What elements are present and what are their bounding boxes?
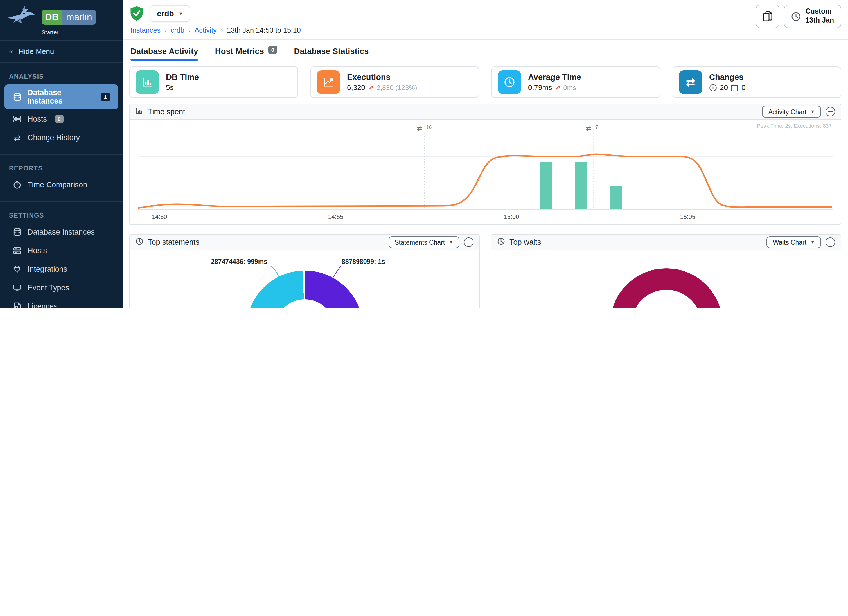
chart-select-label: Activity Chart — [768, 108, 806, 115]
clock-icon — [498, 70, 521, 94]
tab-database-statistics[interactable]: Database Statistics — [294, 47, 369, 61]
top-statements-header: Top statements Statements Chart ▼ — [130, 235, 479, 250]
charts-row: Top statements Statements Chart ▼ — [129, 234, 841, 308]
hosts-icon — [12, 114, 22, 124]
sidebar-item-hosts[interactable]: Hosts 0 — [4, 110, 118, 128]
executions-bar — [540, 162, 552, 209]
kpi-title: Changes — [709, 73, 746, 82]
pie-chart-icon — [497, 237, 505, 247]
chevron-down-icon: ▼ — [810, 109, 815, 114]
topbar: crdb ▼ Instances › crdb › Activity › 13t… — [123, 0, 848, 40]
main-content: crdb ▼ Instances › crdb › Activity › 13t… — [123, 0, 848, 308]
donut-label: 287474436: 999ms — [175, 258, 267, 265]
bar-chart-icon — [135, 70, 159, 94]
kpi-row: DB Time 5s Executions 6,320 ↗ 2,830 (123… — [129, 66, 841, 98]
kpi-title: Executions — [347, 73, 417, 82]
time-range-label: Custom — [805, 7, 834, 16]
sidebar-item-time-comparison[interactable]: Time Comparison — [4, 176, 118, 193]
db-time-line — [138, 154, 832, 208]
sidebar-item-hosts-settings[interactable]: Hosts — [4, 242, 118, 259]
x-axis-tick: 15:05 — [680, 213, 695, 220]
count-badge: 1 — [100, 92, 110, 101]
database-icon — [12, 92, 22, 101]
kpi-delta: 2,830 (123%) — [377, 83, 417, 91]
time-spent-header: Time spent Activity Chart ▼ — [130, 104, 841, 120]
waits-donut-chart: executing: 5s — [537, 251, 795, 308]
time-range-button[interactable]: Custom 13th Jan — [784, 4, 841, 28]
marlin-logo-icon — [6, 6, 38, 28]
chevron-down-icon: ▼ — [179, 11, 183, 16]
statements-donut[interactable] — [246, 270, 363, 308]
panel-title: Top waits — [510, 238, 541, 246]
time-spent-chart: Peak Time: 2s, Executions: 837 ⇄ 16 ⇄ 7 — [130, 120, 841, 224]
change-history-icon: ⇄ — [12, 133, 22, 142]
instance-name: crdb — [157, 9, 174, 18]
bar-chart-icon — [135, 107, 144, 117]
sidebar-item-label: Database Instances — [28, 88, 92, 105]
sidebar-item-change-history[interactable]: ⇄ Change History — [4, 129, 118, 146]
sidebar-item-label: Change History — [28, 133, 80, 142]
sidebar-item-database-instances[interactable]: Database Instances 1 — [4, 85, 118, 109]
statements-chart-select[interactable]: Statements Chart ▼ — [388, 236, 460, 248]
x-axis-tick: 14:50 — [152, 213, 167, 220]
kpi-title: Average Time — [528, 73, 581, 82]
sidebar-item-label: Licences — [28, 302, 58, 308]
event-types-icon — [12, 283, 22, 292]
peak-note: Peak Time: 2s, Executions: 837 — [757, 123, 832, 129]
sidebar-item-label: Hosts — [28, 246, 47, 255]
sidebar-item-label: Event Types — [28, 284, 69, 292]
hosts-icon — [12, 246, 22, 255]
breadcrumb: Instances › crdb › Activity › 13th Jan 1… — [129, 22, 841, 39]
instance-selector[interactable]: crdb ▼ — [150, 5, 190, 22]
sidebar-section-reports: REPORTS Time Comparison — [0, 154, 123, 197]
panel-title: Time spent — [148, 107, 185, 116]
collapse-panel-button[interactable] — [464, 237, 473, 247]
tab-label: Host Metrics — [215, 47, 264, 56]
activity-chart-select[interactable]: Activity Chart ▼ — [762, 106, 821, 117]
breadcrumb-activity[interactable]: Activity — [194, 27, 217, 34]
section-title: ANALYSIS — [0, 69, 123, 83]
x-axis-tick: 14:55 — [328, 213, 343, 220]
sidebar-item-database-instances-settings[interactable]: Database Instances — [4, 223, 118, 241]
change-arrows-icon: ⇄ — [679, 70, 702, 94]
info-icon — [709, 83, 717, 91]
edition-label: Starter — [42, 29, 118, 36]
copy-link-button[interactable] — [756, 4, 780, 28]
calendar-icon — [731, 83, 738, 91]
integrations-icon — [12, 264, 22, 274]
top-waits-header: Top waits Waits Chart ▼ — [491, 235, 841, 250]
collapse-panel-button[interactable] — [826, 237, 835, 247]
trend-up-icon: ↗ — [368, 83, 374, 91]
top-statements-panel: Top statements Statements Chart ▼ — [129, 234, 480, 308]
breadcrumb-crdb[interactable]: crdb — [170, 27, 184, 34]
tab-host-metrics[interactable]: Host Metrics 0 — [215, 47, 277, 61]
breadcrumb-time-range: 13th Jan 14:50 to 15:10 — [227, 27, 301, 34]
kpi-title: DB Time — [166, 73, 199, 82]
sidebar-item-label: Hosts — [28, 115, 47, 123]
tab-label: Database Activity — [130, 47, 198, 56]
top-waits-panel: Top waits Waits Chart ▼ executing: 5s — [491, 234, 841, 308]
collapse-panel-button[interactable] — [826, 107, 835, 116]
breadcrumb-instances[interactable]: Instances — [130, 27, 160, 34]
chevron-down-icon: ▼ — [449, 240, 453, 245]
waits-chart-select[interactable]: Waits Chart ▼ — [767, 236, 821, 248]
logo-block: DB marlin Starter — [0, 0, 123, 40]
main-tabs: Database Activity Host Metrics 0 Databas… — [123, 40, 848, 61]
collapse-chevrons-icon: « — [9, 47, 13, 56]
chart-select-label: Waits Chart — [773, 239, 806, 246]
brand-logo: DB marlin — [42, 9, 96, 24]
sidebar-item-event-types[interactable]: Event Types — [4, 279, 118, 297]
sidebar-item-label: Time Comparison — [28, 181, 87, 189]
kpi-changes: ⇄ Changes 20 0 — [673, 66, 841, 98]
hide-menu-button[interactable]: « Hide Menu — [0, 40, 123, 63]
brand-name: marlin — [62, 9, 96, 24]
waits-donut[interactable] — [610, 268, 722, 308]
tab-database-activity[interactable]: Database Activity — [130, 47, 198, 61]
sidebar-item-licences[interactable]: Licences — [4, 298, 118, 308]
kpi-average-time: Average Time 0.79ms ↗ 0ms — [491, 66, 660, 98]
kpi-value: 6,320 — [347, 83, 365, 92]
sidebar-item-integrations[interactable]: Integrations — [4, 260, 118, 278]
kpi-db-time: DB Time 5s — [129, 66, 298, 98]
count-badge: 0 — [268, 46, 277, 54]
breadcrumb-separator: › — [165, 27, 167, 34]
